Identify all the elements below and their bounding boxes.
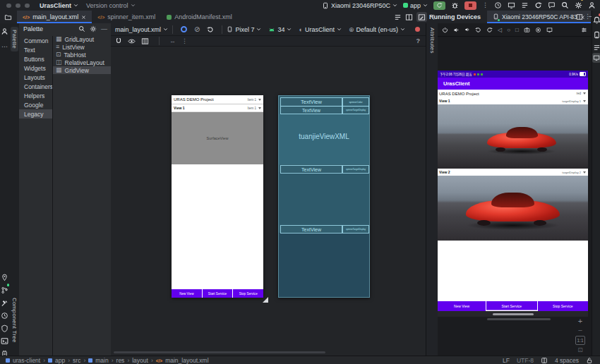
breadcrumb-src[interactable]: src: [73, 357, 80, 364]
volume-up-icon[interactable]: [453, 27, 460, 33]
device-manager-tool-icon[interactable]: [593, 29, 600, 42]
tab-spinner-item[interactable]: </> spinner_item.xml: [92, 11, 161, 23]
feedback-icon[interactable]: [548, 1, 556, 9]
tab-main-layout[interactable]: </> main_layout.xml: [17, 11, 92, 23]
breadcrumb-layout[interactable]: layout: [132, 357, 148, 364]
split-mode-icon[interactable]: [405, 13, 413, 21]
screenshot-icon[interactable]: [524, 27, 530, 33]
palette-category-layouts[interactable]: Layouts: [19, 73, 52, 82]
window-close-button[interactable]: [6, 4, 11, 8]
device-new-view-button[interactable]: New View: [438, 301, 486, 311]
palette-category-buttons[interactable]: Buttons: [19, 54, 52, 63]
zoom-in-button[interactable]: +: [575, 317, 586, 326]
preview-header-spinner[interactable]: Item 1: [247, 98, 261, 102]
preview-surfaceview[interactable]: SurfaceView: [172, 112, 263, 164]
design-canvas[interactable]: URAS DEMO Project Item 1 View 1 Item 1 S…: [111, 47, 426, 356]
palette-item-gridview[interactable]: ▦ GridView: [53, 66, 111, 74]
palette-category-helpers[interactable]: Helpers: [19, 91, 52, 100]
avatar-icon[interactable]: [588, 1, 596, 9]
device-selector[interactable]: Xiaomi 23046RP50C: [322, 2, 397, 9]
profiler-icon[interactable]: [494, 1, 502, 9]
project-menu[interactable]: UrasClient: [40, 1, 78, 10]
device-stop-service-button[interactable]: Stop Service: [538, 301, 588, 311]
blueprint-textview-3[interactable]: TextView: [280, 165, 342, 174]
home-icon[interactable]: ○: [507, 27, 510, 33]
back-icon[interactable]: ◁: [498, 27, 502, 33]
help-icon[interactable]: ?: [416, 37, 421, 44]
margins-icon[interactable]: ↔: [169, 37, 176, 44]
device-surface-2[interactable]: [438, 176, 588, 241]
folder-icon[interactable]: [4, 13, 12, 21]
window-minimize-button[interactable]: [16, 4, 20, 8]
orientation-icon[interactable]: [207, 26, 214, 33]
attributes-vertical-tab[interactable]: Attributes: [429, 28, 436, 54]
terminal-tool-icon[interactable]: [1, 335, 8, 348]
search-icon[interactable]: [78, 25, 85, 32]
pin-tool-icon[interactable]: [1, 272, 8, 284]
palette-vertical-tab[interactable]: Palette: [11, 27, 18, 51]
device-picker[interactable]: Pixel 7: [227, 26, 261, 33]
project-tool-icon[interactable]: [1, 28, 8, 35]
recents-icon[interactable]: □: [515, 27, 519, 33]
device-settings-icon[interactable]: [581, 27, 587, 33]
indent-indicator[interactable]: 4 spaces: [555, 357, 579, 364]
gear-icon[interactable]: [90, 25, 97, 32]
canvas-hscrollbar[interactable]: [114, 351, 325, 353]
preview-new-view-button[interactable]: New View: [172, 289, 202, 298]
panel-hscrollbar[interactable]: [487, 318, 551, 320]
palette-category-google[interactable]: Google: [19, 100, 52, 109]
hide-palette-icon[interactable]: —: [101, 25, 107, 32]
device-view1-spinner[interactable]: targetDisplay 1: [562, 99, 586, 103]
device-screen[interactable]: 下午2:06 7月26日 周五 0.9K/s UrasClient URAS D…: [438, 71, 588, 317]
add-device-tab-icon[interactable]: +: [569, 13, 573, 21]
theme-picker[interactable]: ◐ UrasClient: [299, 26, 341, 33]
run-config-selector[interactable]: app: [403, 2, 428, 9]
palette-item-listview[interactable]: ≡ ListView: [53, 43, 111, 51]
breadcrumb-project[interactable]: uras-client: [13, 357, 40, 364]
unlock-icon[interactable]: [586, 357, 593, 364]
palette-category-containers[interactable]: Containers: [19, 82, 52, 91]
breadcrumb-main[interactable]: main: [95, 357, 108, 364]
error-indicator[interactable]: [415, 27, 420, 32]
palette-category-legacy[interactable]: Legacy: [19, 109, 52, 119]
zoom-reset-button[interactable]: 1:1: [575, 336, 585, 345]
line-ending-indicator[interactable]: LF: [503, 357, 510, 364]
view-options-icon[interactable]: [128, 37, 136, 45]
tab-android-manifest[interactable]: AndroidManifest.xml: [161, 11, 238, 23]
running-device-tab[interactable]: Xiaomi 23046RP50C API 33: [487, 11, 591, 23]
design-mode-button[interactable]: [416, 12, 427, 22]
preview-stop-service-button[interactable]: Stop Service: [233, 289, 263, 298]
palette-item-relativelayout[interactable]: ◫ RelativeLayout: [53, 59, 111, 66]
api-picker[interactable]: 34: [268, 26, 292, 33]
layout-file-selector[interactable]: main_layout.xml: [115, 26, 168, 33]
code-mode-icon[interactable]: [394, 13, 402, 21]
palette-category-text[interactable]: Text: [19, 45, 52, 54]
history-tool-icon[interactable]: [1, 310, 8, 322]
stop-button[interactable]: [464, 1, 476, 10]
magnet-icon[interactable]: [115, 37, 122, 44]
rerun-button[interactable]: [433, 1, 445, 10]
encoding-indicator[interactable]: UTF-8: [517, 357, 534, 364]
version-control-tool-icon[interactable]: [1, 284, 8, 297]
constraints-icon[interactable]: ⋮: [181, 37, 188, 44]
device-start-service-button[interactable]: Start Service: [486, 301, 536, 311]
record-screen-icon[interactable]: [535, 27, 541, 33]
blueprint-spinner-target-3[interactable]: spinnerTargetDisplay: [342, 225, 369, 233]
palette-item-tabhost[interactable]: ⊡ TabHost: [53, 51, 111, 59]
build-tool-icon[interactable]: [1, 297, 8, 310]
design-surface-icon[interactable]: [181, 26, 187, 32]
more-tools-icon[interactable]: ⋯: [1, 43, 8, 50]
locale-picker[interactable]: ⊕ Default (en-us): [349, 26, 405, 33]
notifications-icon[interactable]: [593, 14, 600, 27]
displays-icon[interactable]: [546, 27, 553, 33]
power-icon[interactable]: [442, 27, 448, 33]
breadcrumb-app[interactable]: app: [55, 357, 65, 364]
search-icon[interactable]: [561, 1, 569, 9]
blueprint-spinner-target-1[interactable]: spinnerTargetDisplay: [342, 106, 369, 114]
blueprint-textview-2[interactable]: TextView: [280, 106, 342, 114]
rotate-left-icon[interactable]: [475, 27, 481, 33]
zoom-fit-button[interactable]: ⊡: [575, 346, 586, 354]
running-devices-tool-icon[interactable]: [592, 53, 600, 63]
debug-icon[interactable]: [451, 1, 459, 9]
device-color-spinner[interactable]: red: [576, 92, 586, 95]
